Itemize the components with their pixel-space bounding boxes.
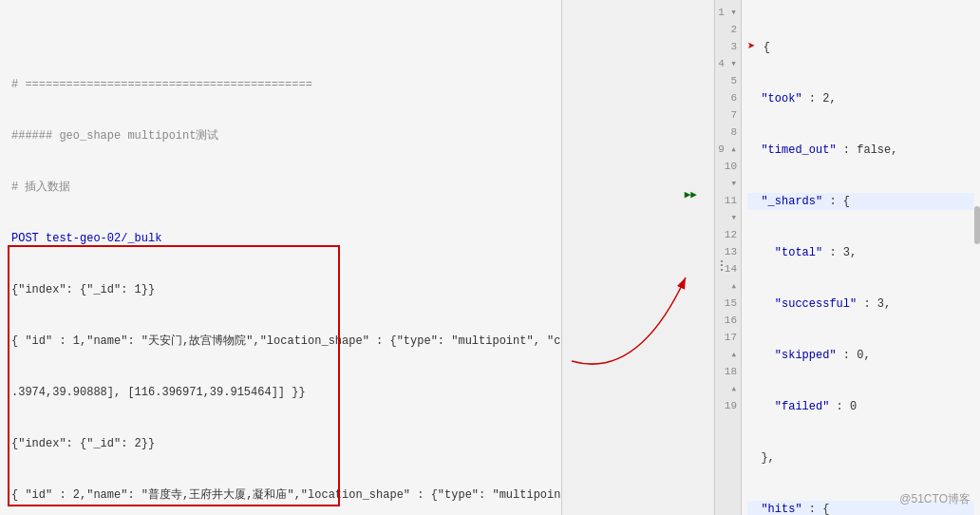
line-num: 15 [715,295,737,312]
left-code-panel: # ======================================… [0,0,562,515]
right-line: "_shards" : { [747,193,974,210]
collapse-dots: ⋮ [715,258,728,274]
line-num: 7 [715,106,737,124]
right-line: "successful" : 3, [747,296,974,313]
line-num: 4 ▾ [715,55,737,72]
arrow-svg [562,0,714,515]
line-num: 12 [715,226,737,243]
line-num: 16 [715,312,737,329]
line-num: 11 ▾ [715,192,737,226]
right-line: "timed_out" : false, [747,142,974,159]
code-line: {"index": {"_id": 1}} [8,281,554,298]
code-line: # ======================================… [8,76,554,93]
right-line: "skipped" : 0, [747,347,974,364]
code-line: { "id" : 1,"name": "天安门,故宫博物院","location… [8,333,554,350]
code-line: # 插入数据 [8,179,554,196]
arrow-indicator: ▶▶ [685,188,697,200]
line-num: 18 ▴ [715,363,737,397]
code-line: { "id" : 2,"name": "普度寺,王府井大厦,凝和庙","loca… [8,486,554,504]
code-line: POST test-geo-02/_bulk [8,230,554,247]
scrollbar[interactable] [974,206,980,244]
line-num: 1 ▾ [715,4,737,21]
arrow-marker: ➤ [747,39,763,54]
line-num: 19 [715,397,737,414]
line-num: 17 ▴ [715,329,737,363]
code-line: {"index": {"_id": 2}} [8,435,554,452]
line-num: 3 [715,38,737,55]
code-line: ###### geo_shape multipoint测试 [8,127,554,144]
line-num: 10 ▾ [715,158,737,192]
right-line: "failed" : 0 [747,398,974,415]
right-line: }, [747,449,974,467]
line-num: 2 [715,21,737,38]
line-num: 8 [715,124,737,141]
line-num: 6 [715,89,737,106]
right-line: "took" : 2, [747,90,974,107]
right-line: ➤ { [747,38,974,56]
left-code-area: # ======================================… [0,4,561,515]
code-line: .3974,39.90888], [116.396971,39.915464]]… [8,384,554,401]
line-num: 5 [715,72,737,89]
line-num: 9 ▴ [715,141,737,158]
watermark: @51CTO博客 [899,491,971,507]
right-code-area: ➤ { "took" : 2, "timed_out" : false, "_s… [742,0,980,515]
arrow-area: ▶▶ [562,0,714,515]
right-code-panel: 1 ▾ 2 3 4 ▾ 5 6 7 8 9 ▴ 10 ▾ 11 ▾ 12 13 … [714,0,980,515]
right-line: "total" : 3, [747,244,974,261]
main-arrow [572,277,686,364]
